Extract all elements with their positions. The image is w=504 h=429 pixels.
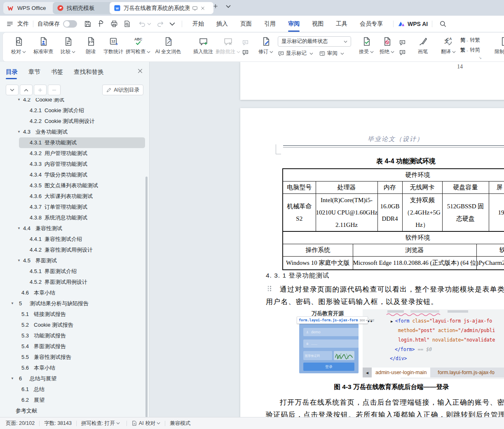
collapse-triangle-icon[interactable]: ▼	[11, 373, 14, 384]
ribbon-proofread[interactable]: 校对	[6, 33, 31, 61]
monitor-icon[interactable]	[192, 5, 198, 11]
prev-change-icon[interactable]	[399, 39, 406, 45]
export-pdf-icon[interactable]	[97, 20, 105, 28]
sidebar-tab-查找和替换[interactable]: 查找和替换	[74, 68, 104, 78]
paragraph-drag-handle-icon[interactable]	[267, 285, 272, 292]
sidebar-tab-书签[interactable]: 书签	[51, 68, 63, 78]
close-sidebar-icon[interactable]	[137, 68, 143, 74]
toc-item-4.5[interactable]: ▼4.5界面测试	[0, 255, 149, 266]
collapse-triangle-icon[interactable]: ▼	[17, 223, 21, 234]
ai-proofread-status[interactable]: A AI 校对	[131, 420, 160, 427]
tab-document-active[interactable]: W 万岳在线教育系统的系统测试	[110, 2, 213, 14]
more-commands-chevron-icon[interactable]	[169, 20, 175, 28]
toc-item-5.1[interactable]: 5.1链接测试报告	[0, 309, 149, 320]
toc-item-5.2[interactable]: 5.2Cookie 测试报告	[0, 320, 149, 330]
toc-item-4.3.1[interactable]: 4.3.1登录功能测试	[0, 137, 149, 148]
menu-视图[interactable]: 视图	[311, 19, 324, 29]
toc-item-4.3.8[interactable]: 4.3.8系统消息功能测试	[0, 212, 149, 223]
toc-item-4.4.2[interactable]: 4.4.2兼容性测试用例设计	[0, 245, 149, 255]
toc-item-5.3[interactable]: 5.3功能测试报告	[0, 330, 149, 341]
collapse-triangle-icon[interactable]: ▼	[17, 255, 21, 266]
toc-item-4.3[interactable]: ▼4.3业务功能测试	[0, 127, 149, 137]
ribbon-restrict-edit[interactable]: 限制编辑	[487, 33, 504, 61]
toc-item-4.5.1[interactable]: 4.5.1界面测试介绍	[0, 266, 149, 277]
file-menu[interactable]: 文件	[17, 20, 29, 28]
save-icon[interactable]	[84, 20, 92, 28]
breadcrumb-item[interactable]: admin-user-login-main	[372, 368, 430, 377]
ribbon-read-aloud[interactable]: 朗读	[80, 33, 101, 61]
search-icon[interactable]	[439, 20, 447, 28]
toc-item-4.3.4[interactable]: 4.3.4学级分类功能测试	[0, 170, 149, 180]
tab-docer-templates[interactable]: 找稻壳模板	[53, 2, 115, 14]
toc-item-4.4.1[interactable]: 4.4.1兼容性测试介绍	[0, 234, 149, 245]
menu-工具[interactable]: 工具	[335, 19, 348, 29]
toc-item-4.4[interactable]: ▼4.4兼容性测试	[0, 223, 149, 234]
spell-check-status[interactable]: 拼写检查: 打开	[81, 420, 120, 427]
ai-recognize-toc-button[interactable]: AI识别目录	[102, 85, 143, 95]
toc-item-参考文献[interactable]: 参考文献	[0, 405, 149, 416]
menu-会员专享[interactable]: 会员专享	[359, 19, 384, 29]
sidebar-tab-章节[interactable]: 章节	[28, 68, 40, 78]
ribbon-translate[interactable]: 文A 翻译	[438, 33, 459, 61]
tab-list-chevron-icon[interactable]	[226, 5, 231, 8]
markup-combo: 显示标记的最终状态显示标记审阅	[278, 33, 351, 61]
sidebar-tab-目录[interactable]: 目录	[6, 68, 18, 78]
toc-item-5.4[interactable]: 5.4界面测试报告	[0, 341, 149, 352]
ribbon-spell-check[interactable]: ABC 拼写检查	[126, 33, 150, 61]
toc-item-5[interactable]: ▼5测试结果分析与缺陷报告	[0, 298, 149, 309]
ribbon-accept[interactable]: 接受	[356, 33, 377, 61]
breadcrumb-item[interactable]: form.layui-form.js-ajax-fo	[438, 370, 495, 375]
new-tab-plus-icon[interactable]	[213, 3, 218, 9]
toc-item-4.3.2[interactable]: 4.3.2用户管理功能测试	[0, 148, 149, 159]
toc-item-4.3.5[interactable]: 4.3.5图文点播列表功能测试	[0, 180, 149, 191]
menu-审阅[interactable]: 审阅	[287, 19, 300, 29]
toc-item-4.2.1[interactable]: 4.2.1Cookie 测试介绍	[0, 105, 149, 116]
sidebar-scrollbar[interactable]	[145, 177, 148, 417]
toc-item-4.3.6[interactable]: 4.3.6大班课列表功能测试	[0, 191, 149, 202]
convert-转简[interactable]: 繁→转简	[460, 47, 480, 54]
menu-页面[interactable]: 页面	[239, 19, 253, 29]
convert-转繁[interactable]: 简→转繁	[460, 37, 480, 44]
collapse-triangle-icon[interactable]: ▼	[17, 98, 21, 105]
print-icon[interactable]	[110, 20, 118, 28]
toc-item-4.2.2[interactable]: 4.2.2Cookie 测试用例设计	[0, 116, 149, 127]
toc-item-4.6[interactable]: 4.6本章小结	[0, 288, 149, 298]
toc-item-4.5.2[interactable]: 4.5.2界面测试用例设计	[0, 277, 149, 288]
ribbon-track-changes[interactable]: 修订	[256, 33, 276, 61]
ribbon-insert-comment[interactable]: 插入批注	[191, 33, 216, 61]
print-preview-icon[interactable]	[123, 20, 131, 28]
next-change-icon[interactable]	[399, 49, 406, 55]
hamburger-icon[interactable]	[6, 20, 14, 28]
ribbon-compare[interactable]: 比较	[56, 33, 80, 61]
close-tab-icon[interactable]	[200, 6, 205, 11]
toc-item-4.2[interactable]: ▼4.2Cookie 测试	[0, 98, 149, 105]
toc-item-5.5[interactable]: 5.5兼容性测试报告	[0, 352, 149, 363]
menu-开始[interactable]: 开始	[192, 19, 205, 29]
ribbon-ai-polish[interactable]: AI 全文润色	[150, 33, 186, 61]
toc-item-6.2[interactable]: 6.2展望	[0, 395, 149, 405]
autosave-toggle[interactable]	[63, 20, 77, 28]
collapse-all-button[interactable]	[6, 85, 19, 95]
ribbon-show-markup[interactable]: 显示标记	[278, 50, 313, 57]
next-comment-icon[interactable]	[242, 49, 249, 55]
expand-all-button[interactable]	[20, 85, 33, 95]
ribbon-brush[interactable]: 画笔	[413, 33, 433, 61]
wps-ai-button[interactable]: WPS AI	[398, 20, 428, 28]
toc-item-4.3.7[interactable]: 4.3.7订单管理功能测试	[0, 202, 149, 212]
toc-item-5.6[interactable]: 5.6本章小结	[0, 363, 149, 373]
collapse-triangle-icon[interactable]: ▼	[11, 298, 14, 309]
ribbon-standard-review[interactable]: 标准审查	[31, 33, 56, 61]
group-expand-icon[interactable]: ↘	[478, 56, 482, 60]
ribbon-word-count[interactable]: 12 字数统计	[101, 33, 126, 61]
menu-插入[interactable]: 插入	[216, 19, 229, 29]
toc-item-4.3.3[interactable]: 4.3.3内容管理功能测试	[0, 159, 149, 170]
ribbon-review-pane[interactable]: 审阅	[319, 50, 344, 57]
breadcrumb-back-icon[interactable]: ◀	[363, 368, 372, 377]
ribbon-reject[interactable]: 拒绝	[377, 33, 397, 61]
collapse-triangle-icon[interactable]: ▼	[17, 127, 21, 137]
markup-state-dropdown[interactable]: 显示标记的最终状态	[278, 36, 351, 47]
toc-item-6[interactable]: ▼6总结与展望	[0, 373, 149, 384]
tab-wps-office[interactable]: WPS Office	[3, 2, 58, 14]
toc-item-6.1[interactable]: 6.1总结	[0, 384, 149, 395]
menu-引用[interactable]: 引用	[263, 19, 277, 29]
